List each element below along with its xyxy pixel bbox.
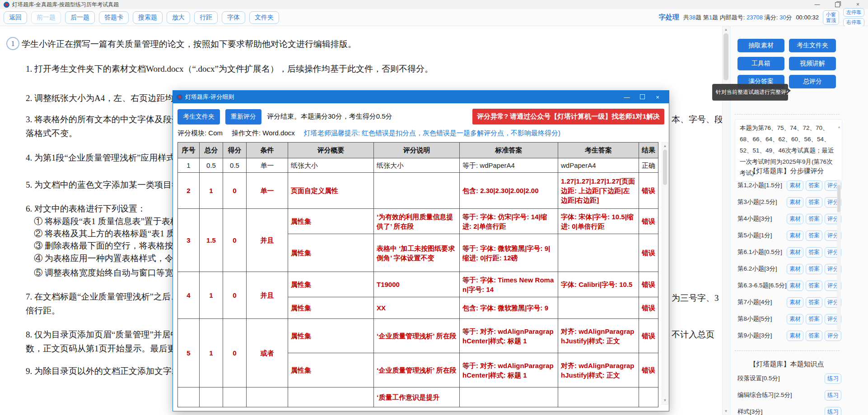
sidebar-divider bbox=[735, 350, 840, 351]
toolbar-button[interactable]: 行距 bbox=[194, 11, 218, 24]
question-text-fragment: 为三号字、3 bbox=[672, 292, 719, 304]
cell-result: 错误 bbox=[639, 353, 658, 387]
answer-button[interactable]: 答案 bbox=[806, 297, 822, 308]
dock-left-button[interactable]: 左停靠 bbox=[843, 8, 864, 17]
toolbar-button[interactable]: 后一题 bbox=[65, 11, 95, 24]
practice-button[interactable]: 练习 bbox=[825, 407, 841, 415]
restore-icon bbox=[835, 2, 840, 7]
material-button[interactable]: 素材 bbox=[787, 281, 803, 291]
answer-button[interactable]: 答案 bbox=[806, 197, 822, 208]
stats-segment: 题 第 bbox=[695, 14, 709, 21]
step-row: 第6.2小题[3分]素材答案评分 bbox=[737, 263, 841, 275]
toolbox-button[interactable]: 工具箱 bbox=[737, 57, 784, 70]
material-button[interactable]: 素材 bbox=[787, 264, 803, 274]
modal-table-scrollbar[interactable]: ▲ ▼ bbox=[662, 142, 668, 405]
step-row: 第4小题[3分]素材答案评分 bbox=[737, 213, 841, 225]
step-buttons: 素材答案评分 bbox=[787, 231, 841, 241]
cell-summary: 属性集 bbox=[288, 272, 374, 297]
grading-module-label: 评分模块: Com bbox=[177, 129, 223, 138]
material-button[interactable]: 素材 bbox=[787, 214, 803, 224]
step-buttons: 素材答案评分 bbox=[787, 214, 841, 224]
cell-student-answer: wdPaperA4 bbox=[558, 158, 639, 173]
modal-minimize-button[interactable]: — bbox=[619, 94, 635, 101]
grading-info-row: 评分模块: Com 操作文件: Word.docx 灯塔老师温馨提示: 红色错误… bbox=[173, 127, 669, 141]
answer-button[interactable]: 答案 bbox=[806, 180, 822, 191]
table-row: 31.50并且属性集‘为有效的利用质量信息提供了’ 所在段等于: 字体: 仿宋|… bbox=[178, 209, 658, 234]
answer-button[interactable]: 答案 bbox=[806, 281, 822, 291]
toolbar-button[interactable]: 答题卡 bbox=[99, 11, 129, 24]
table-column-header: 条件 bbox=[247, 143, 288, 158]
cell-total: 1.5 bbox=[200, 209, 223, 272]
answer-button[interactable]: 答案 bbox=[806, 314, 822, 324]
toolbar-button[interactable]: 文件夹 bbox=[249, 11, 279, 24]
question-text-line: ① 将标题段“表1 质量信息表”置于表格上 bbox=[34, 216, 187, 227]
total-score-button[interactable]: 总评分 bbox=[789, 75, 836, 88]
toolbar-button[interactable]: 返回 bbox=[4, 11, 27, 24]
answer-button[interactable]: 答案 bbox=[806, 231, 822, 241]
pin-window-button[interactable]: 小窗置顶 bbox=[823, 10, 839, 25]
cell-summary: 属性集 bbox=[288, 353, 374, 387]
toolbar-button[interactable]: 搜索题 bbox=[133, 11, 163, 24]
knowledge-row: 样式[3分]练习 bbox=[737, 406, 841, 415]
grading-abnormal-banner[interactable]: 评分异常? 请通过公众号【灯塔计算机一级】找老师1对1解决 bbox=[472, 109, 664, 124]
practice-button[interactable]: 练习 bbox=[825, 390, 841, 401]
cell-standard-answer: 包含: 2.30|2.30|2.00|2.00 bbox=[460, 173, 558, 209]
note-scroll-up-icon[interactable]: ▲ bbox=[837, 121, 841, 133]
answer-button[interactable]: 答案 bbox=[806, 331, 822, 341]
cell-total bbox=[200, 387, 223, 407]
toolbar-button[interactable]: 字体 bbox=[222, 11, 245, 24]
knowledge-buttons: 练习 bbox=[825, 390, 841, 401]
cell-result: 错误 bbox=[639, 173, 658, 209]
student-folder-button[interactable]: 考生文件夹 bbox=[177, 109, 220, 124]
table-column-header: 标准答案 bbox=[460, 143, 558, 158]
answer-button[interactable]: 答案 bbox=[806, 214, 822, 224]
table-column-header: 考生答案 bbox=[558, 143, 639, 158]
step-label: 第3小题[2.5分] bbox=[737, 198, 777, 206]
app-logo-icon bbox=[177, 94, 182, 100]
extract-material-button[interactable]: 抽取素材 bbox=[737, 39, 784, 52]
modal-maximize-button[interactable] bbox=[635, 94, 650, 101]
cell-summary: 属性集 bbox=[288, 209, 374, 234]
cell-result: 错误 bbox=[639, 209, 658, 234]
step-buttons: 素材答案评分 bbox=[787, 247, 841, 258]
window-close-button[interactable]: × bbox=[848, 0, 868, 9]
toolbar-button[interactable]: 放大 bbox=[167, 11, 190, 24]
question-text-line: 学生小许正在撰写一篇有关质量管理的论文，按照如下要求帮助他对论文进行编辑排版。 bbox=[22, 38, 356, 50]
material-button[interactable]: 素材 bbox=[787, 231, 803, 241]
cell-got: 0 bbox=[223, 209, 247, 272]
material-button[interactable]: 素材 bbox=[787, 197, 803, 208]
cell-description: XX bbox=[374, 297, 460, 319]
table-row: 210单一页面自定义属性包含: 2.30|2.30|2.00|2.001.27|… bbox=[178, 173, 658, 209]
material-button[interactable]: 素材 bbox=[787, 314, 803, 324]
table-column-header: 评分概要 bbox=[288, 143, 374, 158]
cell-result: 错误 bbox=[639, 272, 658, 297]
cell-no bbox=[178, 387, 200, 407]
dock-right-button[interactable]: 右停靠 bbox=[843, 18, 864, 27]
cell-standard-answer: 包含: 字体: 微软雅黑|字号: 9 bbox=[460, 297, 558, 319]
knowledge-label: 编辑综合练习[2.5分] bbox=[737, 391, 792, 399]
window-minimize-button[interactable]: — bbox=[807, 0, 827, 9]
toolbar-button[interactable]: 前一题 bbox=[31, 11, 61, 24]
score-button[interactable]: 评分 bbox=[825, 331, 841, 341]
material-button[interactable]: 素材 bbox=[787, 247, 803, 258]
answer-button[interactable]: 答案 bbox=[806, 264, 822, 274]
material-button[interactable]: 素材 bbox=[787, 180, 803, 191]
practice-button[interactable]: 练习 bbox=[825, 374, 841, 384]
answer-button[interactable]: 答案 bbox=[806, 247, 822, 258]
question-text-line: 9. 为除目录页以外的文档正文添加文字水印 bbox=[26, 365, 189, 377]
student-folder-button[interactable]: 考生文件夹 bbox=[789, 39, 836, 52]
video-explain-button[interactable]: 视频讲解 bbox=[789, 57, 836, 70]
step-buttons: 素材答案评分 bbox=[787, 264, 841, 274]
steps-scrollbar[interactable] bbox=[837, 180, 841, 330]
cell-student-answer bbox=[558, 234, 639, 272]
material-button[interactable]: 素材 bbox=[787, 297, 803, 308]
sidebar-divider bbox=[735, 114, 840, 115]
cell-condition: 并且 bbox=[247, 272, 288, 319]
material-button[interactable]: 素材 bbox=[787, 331, 803, 341]
cell-no: 1 bbox=[178, 158, 200, 173]
step-row: 第9小题[3分]素材答案评分 bbox=[737, 330, 841, 341]
modal-close-button[interactable]: × bbox=[650, 94, 665, 101]
window-restore-button[interactable] bbox=[827, 0, 848, 9]
cell-total: 1 bbox=[200, 319, 223, 387]
regrade-button[interactable]: 重新评分 bbox=[225, 109, 261, 124]
